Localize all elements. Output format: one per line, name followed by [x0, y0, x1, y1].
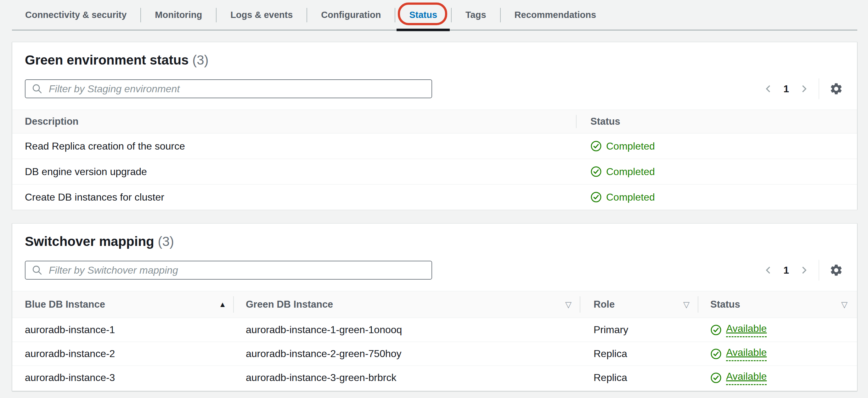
green-environment-status-panel: Green environment status (3) 1 — [12, 42, 857, 209]
column-header-green-db-instance[interactable]: Green DB Instance ▽ — [233, 291, 580, 318]
next-page-button[interactable] — [799, 265, 808, 276]
tab-recommendations[interactable]: Recommendations — [501, 0, 610, 30]
panel-title: Switchover mapping (3) — [25, 234, 843, 249]
description-cell: Read Replica creation of the source — [12, 141, 576, 152]
tab-status[interactable]: Status — [395, 0, 451, 30]
previous-page-button[interactable] — [764, 265, 773, 276]
status-cell: Available — [698, 371, 857, 385]
column-header-status: Status — [576, 110, 857, 133]
panel-title-text: Switchover mapping — [25, 234, 154, 249]
tab-monitoring[interactable]: Monitoring — [141, 0, 216, 30]
table-header-row: Blue DB Instance ▲ Green DB Instance ▽ R… — [12, 291, 857, 318]
role-cell: Replica — [580, 348, 698, 360]
table-row: DB engine version upgrade Completed — [12, 159, 857, 185]
tab-tags[interactable]: Tags — [452, 0, 500, 30]
staging-filter-input[interactable] — [48, 83, 429, 95]
check-circle-icon — [710, 372, 722, 384]
chevron-right-icon — [799, 84, 808, 94]
status-text: Completed — [606, 166, 655, 178]
table-row: auroradb-instance-2 auroradb-instance-2-… — [12, 342, 857, 366]
settings-button[interactable] — [829, 263, 843, 277]
column-header-blue-db-instance[interactable]: Blue DB Instance ▲ — [12, 291, 233, 318]
sort-toggle-icon[interactable]: ▽ — [841, 300, 847, 309]
current-page[interactable]: 1 — [781, 265, 791, 276]
controls-divider — [818, 79, 819, 99]
tab-logs-events[interactable]: Logs & events — [217, 0, 307, 30]
blue-db-instance-cell: auroradb-instance-2 — [12, 348, 233, 360]
green-environment-status-table: Description Status Read Replica creation… — [12, 110, 857, 210]
tab-status-label: Status — [409, 10, 437, 20]
blue-db-instance-cell: auroradb-instance-3 — [12, 372, 233, 384]
status-cell: Available — [698, 323, 857, 337]
table-row: Create DB instances for cluster Complete… — [12, 185, 857, 210]
tab-configuration[interactable]: Configuration — [307, 0, 395, 30]
green-db-instance-cell: auroradb-instance-1-green-1onooq — [233, 324, 580, 336]
gear-icon — [829, 82, 843, 96]
status-text: Completed — [606, 191, 655, 203]
status-link[interactable]: Available — [726, 371, 767, 385]
current-page[interactable]: 1 — [781, 83, 791, 95]
status-cell: Completed — [576, 166, 857, 178]
column-header-role[interactable]: Role ▽ — [580, 291, 698, 318]
check-circle-icon — [590, 166, 602, 177]
status-cell: Completed — [576, 141, 857, 152]
table-row: auroradb-instance-1 auroradb-instance-1-… — [12, 318, 857, 342]
panel-item-count: (3) — [192, 53, 208, 67]
switchover-mapping-panel: Switchover mapping (3) 1 — [12, 223, 857, 391]
role-cell: Primary — [580, 324, 698, 336]
chevron-left-icon — [764, 265, 773, 276]
status-link[interactable]: Available — [726, 347, 767, 361]
description-cell: DB engine version upgrade — [12, 166, 576, 178]
table-row: auroradb-instance-3 auroradb-instance-3-… — [12, 366, 857, 390]
switchover-filter — [25, 261, 432, 280]
chevron-right-icon — [799, 265, 808, 276]
panel-item-count: (3) — [158, 234, 174, 249]
search-icon — [32, 265, 42, 276]
sort-ascending-icon[interactable]: ▲ — [219, 300, 226, 309]
previous-page-button[interactable] — [764, 84, 773, 94]
panel-title: Green environment status (3) — [25, 52, 843, 68]
status-cell: Completed — [576, 191, 857, 203]
panel-title-text: Green environment status — [25, 53, 188, 67]
tab-bar: Connectivity & security Monitoring Logs … — [0, 0, 868, 30]
green-db-instance-cell: auroradb-instance-3-green-brbrck — [233, 372, 580, 384]
sort-toggle-icon[interactable]: ▽ — [565, 300, 571, 309]
search-icon — [32, 84, 42, 94]
status-link[interactable]: Available — [726, 323, 767, 337]
staging-filter — [25, 79, 432, 98]
column-header-status[interactable]: Status ▽ — [698, 291, 857, 318]
gear-icon — [829, 263, 843, 277]
controls-divider — [818, 260, 819, 280]
switchover-mapping-table: Blue DB Instance ▲ Green DB Instance ▽ R… — [12, 291, 857, 390]
active-tab-underline — [397, 29, 450, 31]
next-page-button[interactable] — [799, 84, 808, 94]
table-header-row: Description Status — [12, 110, 857, 133]
blue-db-instance-cell: auroradb-instance-1 — [12, 324, 233, 336]
check-circle-icon — [710, 324, 722, 336]
check-circle-icon — [710, 348, 722, 360]
status-text: Completed — [606, 141, 655, 152]
check-circle-icon — [590, 191, 602, 203]
chevron-left-icon — [764, 84, 773, 94]
tab-connectivity-security[interactable]: Connectivity & security — [11, 0, 141, 30]
sort-toggle-icon[interactable]: ▽ — [683, 300, 689, 309]
check-circle-icon — [590, 141, 602, 152]
switchover-filter-input[interactable] — [48, 264, 429, 276]
role-cell: Replica — [580, 372, 698, 384]
description-cell: Create DB instances for cluster — [12, 191, 576, 203]
status-cell: Available — [698, 347, 857, 361]
column-header-description: Description — [12, 110, 576, 133]
table-row: Read Replica creation of the source Comp… — [12, 133, 857, 159]
green-db-instance-cell: auroradb-instance-2-green-750hoy — [233, 348, 580, 360]
settings-button[interactable] — [829, 82, 843, 96]
